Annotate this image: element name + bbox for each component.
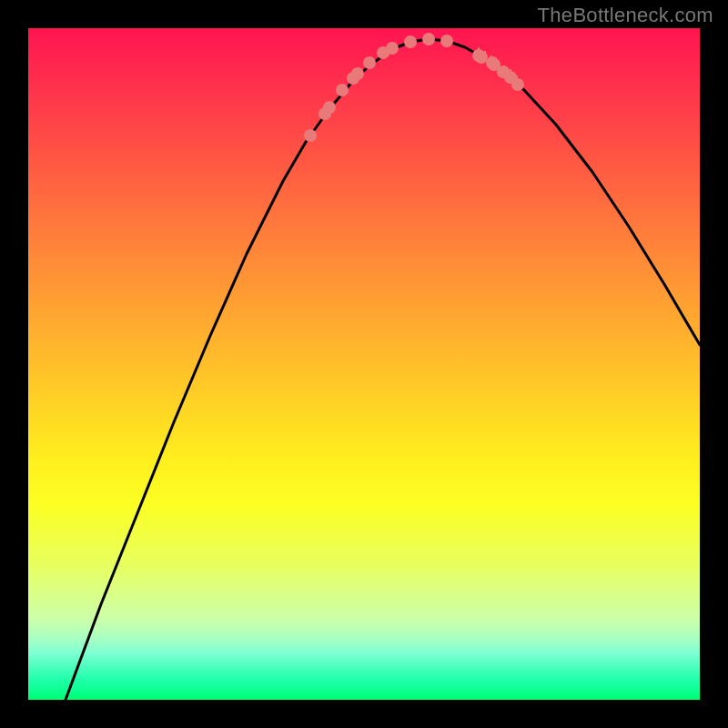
svg-point-25 [511,78,524,91]
svg-point-15 [386,42,399,55]
watermark-text: TheBottleneck.com [538,4,713,27]
svg-point-7 [304,129,317,142]
chart-frame [28,28,700,700]
svg-point-18 [440,35,453,47]
svg-point-13 [363,56,376,69]
svg-point-20 [475,51,488,64]
svg-point-12 [351,67,364,80]
chart-plot-area [28,28,700,700]
svg-point-9 [323,101,336,114]
svg-point-17 [422,33,435,46]
marker-dots [304,33,524,142]
svg-point-16 [404,35,417,48]
svg-point-10 [336,84,349,96]
curve-line [66,39,700,700]
chart-baseline-band [28,680,700,700]
